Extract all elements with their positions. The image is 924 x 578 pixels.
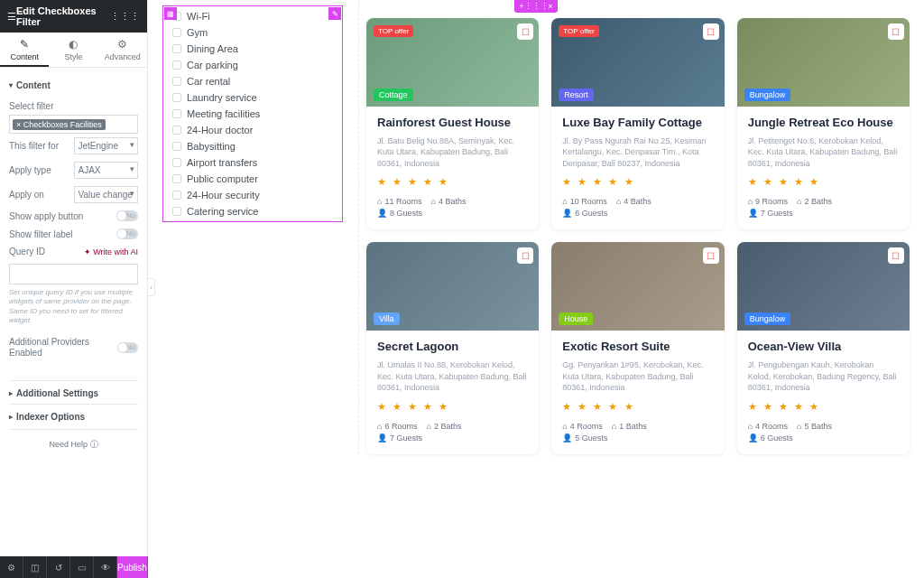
favorite-button[interactable]: ☐ [517, 247, 533, 264]
listing-card[interactable]: TOP offer ☐ Cottage Rainforest Guest Hou… [366, 18, 539, 229]
rooms-meta: ⌂11 Rooms [377, 197, 421, 206]
rooms-meta: ⌂10 Rooms [562, 197, 606, 206]
rooms-meta: ⌂9 Rooms [748, 197, 788, 206]
filter-item-label: Gym [187, 27, 208, 38]
section-content[interactable]: ▾ Content [9, 75, 138, 96]
guests-meta: 👤8 Guests [377, 209, 422, 218]
footer-bar: ⚙ ◫ ↺ ▭ 👁 Publish ⌃ [0, 556, 147, 578]
rating-stars: ★ ★ ★ ★ ★ [748, 176, 899, 188]
responsive-button[interactable]: ▭ [70, 556, 94, 578]
need-help-link[interactable]: Need Help ⓘ [9, 430, 138, 460]
write-with-ai-link[interactable]: ✦ Write with AI [84, 247, 138, 256]
panel-tabs: ✎ Content ◐ Style ⚙ Advanced [0, 33, 147, 68]
category-badge: Resort [559, 89, 594, 101]
panel-title: Edit Checkboxes Filter [16, 5, 110, 27]
caret-right-icon: ▸ [9, 413, 13, 421]
listing-title: Ocean-View Villa [748, 340, 899, 354]
favorite-button[interactable]: ☐ [888, 247, 904, 264]
apply-type-select[interactable]: AJAX [74, 162, 139, 179]
baths-meta: ⌂1 Baths [612, 422, 647, 431]
home-icon: ⌂ [377, 197, 382, 206]
checkbox-icon [172, 126, 181, 135]
favorite-button[interactable]: ☐ [517, 23, 533, 40]
navigator-button[interactable]: ◫ [23, 556, 47, 578]
home-icon: ⌂ [562, 422, 567, 431]
favorite-button[interactable]: ☐ [703, 23, 719, 40]
listing-card[interactable]: ☐ House Exotic Resort Suite Gg. Penyarik… [551, 242, 724, 453]
rating-stars: ★ ★ ★ ★ ★ [562, 401, 713, 413]
rooms-meta: ⌂4 Rooms [562, 422, 602, 431]
home-icon: ⌂ [562, 197, 567, 206]
tab-style[interactable]: ◐ Style [49, 33, 97, 67]
baths-meta: ⌂4 Baths [430, 197, 466, 206]
widget-edit-button[interactable]: ✎ [328, 7, 341, 20]
filter-item-label: Car parking [187, 60, 238, 70]
additional-providers-label: Additional Providers Enabled [9, 337, 117, 359]
close-element-button[interactable]: × [543, 0, 558, 13]
filter-checkbox-item[interactable]: Public computer [163, 171, 342, 187]
tab-content[interactable]: ✎ Content [0, 33, 49, 67]
filter-checkbox-item[interactable]: Babysitting [163, 138, 342, 154]
filter-checkbox-item[interactable]: Meeting facilities [163, 106, 342, 122]
query-id-help: Set unique query ID if you use multiple … [9, 288, 138, 326]
section-additional-settings[interactable]: ▸ Additional Settings [9, 380, 138, 404]
listing-card[interactable]: ☐ Villa Secret Lagoon Jl. Umalas II No.8… [366, 242, 539, 453]
checkbox-icon [172, 158, 181, 167]
section-indexer-options[interactable]: ▸ Indexer Options [9, 404, 138, 430]
home-icon: ⌂ [616, 197, 621, 206]
query-id-input[interactable] [9, 264, 138, 284]
apply-on-select[interactable]: Value change [74, 186, 139, 203]
rating-stars: ★ ★ ★ ★ ★ [377, 176, 528, 188]
filter-tag[interactable]: × Checkboxes Facilities [13, 119, 106, 130]
this-filter-for-label: This filter for [9, 141, 59, 151]
show-filter-label-toggle[interactable]: No [116, 228, 138, 239]
tab-advanced[interactable]: ⚙ Advanced [98, 33, 147, 67]
filter-checkbox-item[interactable]: Gym [163, 24, 342, 41]
filter-checkbox-item[interactable]: Car rental [163, 73, 342, 89]
filter-checkbox-item[interactable]: Wi-Fi [163, 8, 342, 24]
filter-item-label: Meeting facilities [187, 108, 260, 119]
listing-title: Luxe Bay Family Cottage [562, 116, 713, 130]
filter-checkbox-item[interactable]: 24-Hour doctor [163, 122, 342, 138]
filter-checkbox-item[interactable]: Airport transfers [163, 154, 342, 171]
collapse-sidebar-handle[interactable]: ‹ [148, 278, 155, 296]
select-filter-input[interactable]: × Checkboxes Facilities [9, 115, 138, 134]
show-apply-button-toggle[interactable]: No [116, 210, 138, 221]
checkboxes-filter-widget[interactable]: ▦ ✎ Wi-FiGymDining AreaCar parkingCar re… [162, 5, 343, 222]
publish-button[interactable]: Publish [117, 556, 147, 578]
favorite-button[interactable]: ☐ [703, 247, 719, 264]
listing-card[interactable]: ☐ Bungalow Jungle Retreat Eco House Jl. … [737, 18, 910, 229]
filter-checkbox-item[interactable]: Laundry service [163, 89, 342, 106]
menu-icon[interactable]: ☰ [7, 11, 16, 23]
rating-stars: ★ ★ ★ ★ ★ [562, 176, 713, 188]
favorite-button[interactable]: ☐ [888, 23, 904, 40]
checkbox-icon [172, 77, 181, 86]
settings-button[interactable]: ⚙ [0, 556, 23, 578]
apps-icon[interactable]: ⋮⋮⋮ [110, 11, 140, 23]
person-icon: 👤 [562, 434, 572, 443]
listing-card[interactable]: ☐ Bungalow Ocean-View Villa Jl. Penguben… [737, 242, 910, 453]
listings-grid: TOP offer ☐ Cottage Rainforest Guest Hou… [366, 0, 910, 454]
editor-canvas: ‹ + ⋮⋮⋮ × ▦ ✎ Wi-FiGymDining AreaCar par… [148, 0, 924, 578]
filter-item-label: Babysitting [187, 141, 236, 152]
baths-meta: ⌂2 Baths [426, 422, 461, 431]
listing-card[interactable]: TOP offer ☐ Resort Luxe Bay Family Cotta… [551, 18, 724, 229]
category-badge: Villa [374, 312, 400, 325]
rooms-meta: ⌂6 Rooms [377, 422, 417, 431]
caret-right-icon: ▸ [9, 389, 13, 397]
person-icon: 👤 [377, 209, 387, 218]
filter-item-label: 24-Hour security [187, 190, 260, 200]
filter-checkbox-item[interactable]: Car parking [163, 57, 342, 73]
this-filter-for-select[interactable]: JetEngine [74, 137, 139, 154]
rating-stars: ★ ★ ★ ★ ★ [377, 401, 528, 413]
filter-checkbox-item[interactable]: Catering service [163, 203, 342, 219]
widget-handle-icon[interactable]: ▦ [164, 7, 177, 20]
additional-providers-toggle[interactable]: No [117, 342, 138, 353]
filter-checkbox-item[interactable]: 24-Hour security [163, 187, 342, 203]
top-offer-badge: TOP offer [374, 25, 413, 37]
history-button[interactable]: ↺ [47, 556, 70, 578]
filter-checkbox-item[interactable]: Dining Area [163, 41, 342, 57]
drag-element-handle[interactable]: ⋮⋮⋮ [529, 0, 543, 13]
preview-button[interactable]: 👁 [94, 556, 117, 578]
listing-address: Gg. Penyarikan 1#95, Kerobokan, Kec. Kut… [562, 359, 713, 394]
